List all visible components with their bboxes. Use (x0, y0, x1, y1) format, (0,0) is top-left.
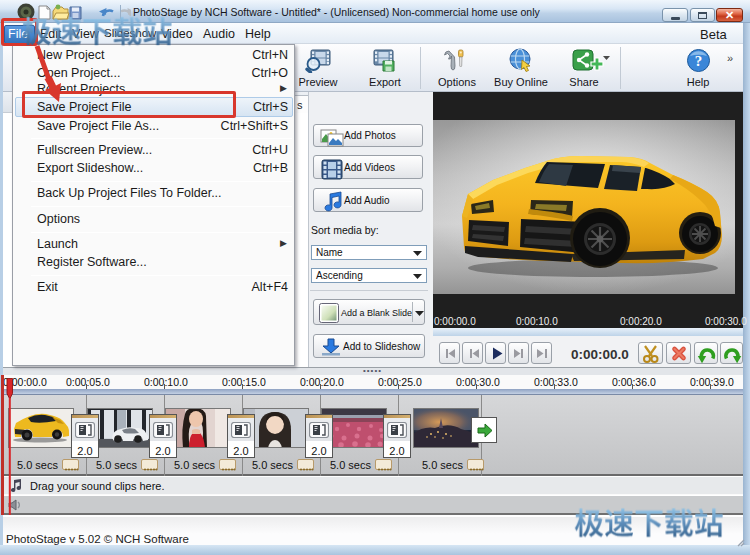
svg-text:?: ? (695, 53, 703, 69)
